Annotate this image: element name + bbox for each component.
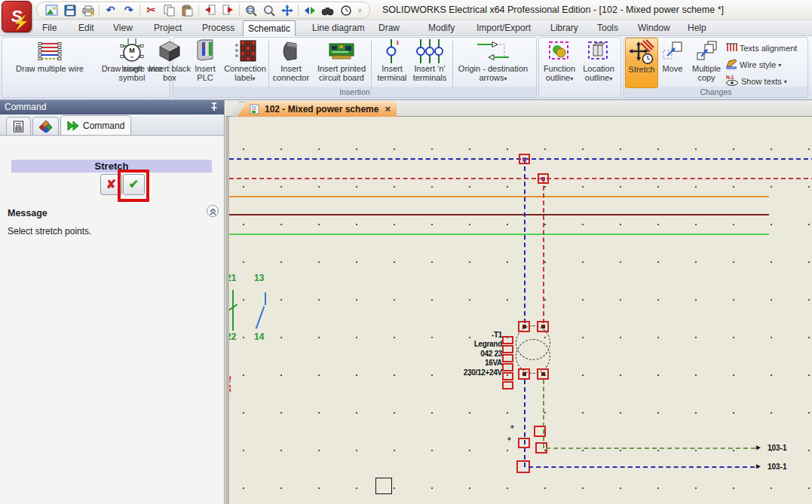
- wire-blue-vertical[interactable]: [524, 159, 526, 323]
- collapse-chevron-icon[interactable]: [207, 205, 219, 217]
- insert-symbol-button[interactable]: M~ Insert symbol: [112, 38, 152, 87]
- insert-plc-button[interactable]: Insert PLC: [190, 38, 220, 87]
- wire-green-vertical-lower[interactable]: [543, 380, 544, 448]
- menu-process[interactable]: Process: [198, 20, 239, 36]
- qat-more-icon[interactable]: ▿: [358, 7, 362, 14]
- contact-blade-green[interactable]: [232, 290, 234, 331]
- wire-green[interactable]: [229, 234, 769, 235]
- insert-black-box-button[interactable]: Insert black box: [148, 38, 192, 87]
- close-icon[interactable]: ×: [383, 103, 391, 115]
- pin-icon[interactable]: [209, 102, 220, 113]
- location-outline-button[interactable]: Location outline▾: [579, 38, 618, 87]
- function-outline-button[interactable]: Function outline▾: [540, 38, 579, 87]
- stretch-grip[interactable]: [502, 372, 513, 380]
- menu-import-export[interactable]: Import/Export: [472, 20, 535, 36]
- stretch-grip[interactable]: [534, 426, 546, 437]
- search-binoculars-icon[interactable]: [320, 3, 335, 17]
- wire-maroon[interactable]: [229, 214, 769, 215]
- move-icon: [659, 38, 686, 65]
- qat-separator: [99, 5, 100, 17]
- terminal-grip[interactable]: [518, 368, 530, 380]
- command-panel: Command Command Stretch ✘ ✔ Message Sele…: [0, 100, 225, 504]
- menu-tools[interactable]: Tools: [593, 20, 623, 36]
- stretch-grip[interactable]: [502, 381, 513, 389]
- tab-properties[interactable]: [6, 117, 31, 135]
- open-image-icon[interactable]: [44, 3, 59, 17]
- contact-blade-blue[interactable]: [256, 307, 265, 329]
- redo-icon[interactable]: ↷: [121, 3, 136, 17]
- component-manufacturer: Legrand: [410, 340, 502, 349]
- next-icon[interactable]: [221, 3, 235, 17]
- menu-schematic[interactable]: Schematic: [243, 20, 296, 37]
- wire-green-to-arrow[interactable]: [546, 447, 755, 449]
- menu-project[interactable]: Project: [149, 20, 186, 36]
- move-button[interactable]: Move: [659, 38, 686, 87]
- insert-connector-button[interactable]: Insert connector: [270, 38, 312, 87]
- zoom-icon[interactable]: [262, 3, 276, 17]
- destination-arrow-icon[interactable]: ►: [755, 463, 762, 470]
- menu-window[interactable]: Window: [633, 20, 675, 36]
- texts-alignment-button[interactable]: Texts alignment: [725, 41, 797, 56]
- destination-arrow-icon[interactable]: ►: [755, 444, 762, 451]
- menu-modify[interactable]: Modify: [424, 20, 459, 36]
- wire-blue-vertical-lower[interactable]: [524, 380, 526, 467]
- insert-printed-circuit-board-button[interactable]: Insert printed circuit board: [314, 38, 369, 87]
- cut-icon[interactable]: ✂: [144, 3, 158, 17]
- menu-line-diagram[interactable]: Line diagram: [308, 20, 369, 36]
- confirm-button[interactable]: ✔: [123, 174, 145, 195]
- previous-icon[interactable]: [203, 3, 217, 17]
- wire-style-button[interactable]: Wire style ▾: [725, 57, 781, 72]
- cancel-button[interactable]: ✘: [100, 174, 122, 195]
- terminal-grip[interactable]: [518, 321, 530, 332]
- stretch-grip[interactable]: [502, 345, 513, 353]
- navigate-icon[interactable]: [302, 3, 317, 17]
- paste-icon[interactable]: [180, 3, 195, 17]
- print-icon[interactable]: [81, 3, 95, 17]
- scheme-file-icon: [250, 104, 260, 115]
- menu-view[interactable]: View: [109, 20, 137, 36]
- junction-grip[interactable]: [519, 154, 530, 164]
- insert-terminal-button[interactable]: 1 Insert terminal: [374, 38, 410, 87]
- save-icon[interactable]: [63, 3, 77, 17]
- zoom-window-icon[interactable]: [244, 3, 258, 17]
- destination-label[interactable]: 103-1: [768, 463, 787, 471]
- wire-red-vertical[interactable]: [543, 179, 544, 323]
- destination-label[interactable]: 103-1: [768, 444, 787, 452]
- junction-grip[interactable]: [538, 173, 549, 184]
- document-tab[interactable]: 102 - Mixed power scheme ×: [237, 101, 397, 117]
- show-texts-button[interactable]: N-1 Show texts ▾: [725, 74, 787, 89]
- terminal-grip[interactable]: [537, 368, 549, 380]
- draw-multiple-wire-button[interactable]: Draw multiple wire: [8, 38, 92, 87]
- contact-wire-blue[interactable]: [265, 292, 266, 305]
- pan-icon[interactable]: [280, 3, 294, 17]
- menu-library[interactable]: Library: [546, 20, 583, 36]
- stretch-grip[interactable]: [502, 336, 513, 344]
- wire-blue-to-arrow[interactable]: [529, 466, 755, 468]
- schematic-canvas[interactable]: -T1 Legrand 042 23 16VA 230/12+24V ∗ ∗: [225, 117, 812, 504]
- qat-separator: [298, 5, 299, 17]
- stretch-button[interactable]: Stretch: [625, 38, 658, 88]
- menu-draw[interactable]: Draw: [374, 20, 404, 36]
- svg-text:~: ~: [130, 53, 133, 61]
- stretch-grip[interactable]: [502, 354, 513, 362]
- origin-destination-arrows-button[interactable]: Origin - destination arrows▾: [455, 38, 531, 87]
- terminal-mark: ∗: [507, 436, 512, 442]
- clock-icon[interactable]: [339, 3, 353, 17]
- connection-label-button[interactable]: Connection label▾: [223, 38, 267, 87]
- stretch-grip[interactable]: [502, 363, 513, 371]
- tab-command[interactable]: Command: [60, 115, 131, 135]
- drawn-rectangle[interactable]: [375, 478, 392, 494]
- menu-help[interactable]: Help: [683, 20, 711, 36]
- show-texts-icon: N-1: [725, 75, 739, 88]
- menu-edit[interactable]: Edit: [74, 20, 99, 36]
- stretch-grip[interactable]: [518, 438, 530, 448]
- wire-red-dashed[interactable]: [229, 178, 812, 179]
- tab-components[interactable]: [32, 117, 59, 135]
- undo-icon[interactable]: ↶: [103, 3, 118, 17]
- multiple-copy-button[interactable]: Multiple copy: [688, 38, 725, 87]
- copy-icon[interactable]: [162, 3, 176, 17]
- terminal-grip[interactable]: [537, 321, 549, 332]
- menu-file[interactable]: File: [38, 20, 61, 36]
- insert-n-terminals-button[interactable]: Insert 'n' terminals: [410, 38, 449, 87]
- wire-orange[interactable]: [229, 196, 769, 197]
